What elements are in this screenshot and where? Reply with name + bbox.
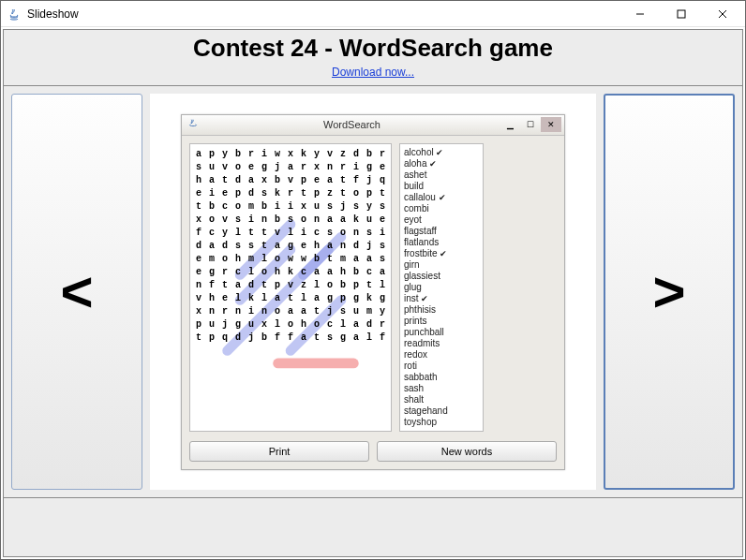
grid-cell[interactable]: v [271, 227, 284, 240]
grid-cell[interactable]: i [350, 161, 363, 174]
grid-cell[interactable]: b [258, 200, 271, 214]
grid-cell[interactable]: d [350, 148, 363, 161]
grid-cell[interactable]: q [376, 174, 389, 187]
grid-cell[interactable]: s [376, 200, 389, 214]
grid-cell[interactable]: e [192, 266, 205, 279]
grid-cell[interactable]: s [231, 240, 245, 253]
grid-cell[interactable]: t [258, 279, 271, 292]
grid-cell[interactable]: r [336, 161, 350, 174]
grid-cell[interactable]: a [297, 332, 310, 345]
grid-cell[interactable]: r [218, 305, 231, 318]
grid-cell[interactable]: o [271, 253, 284, 266]
grid-cell[interactable]: u [205, 161, 218, 174]
grid-cell[interactable]: o [218, 253, 231, 266]
grid-cell[interactable]: e [376, 214, 389, 227]
grid-cell[interactable]: y [218, 148, 231, 161]
grid-cell[interactable]: w [284, 253, 297, 266]
grid-cell[interactable]: a [323, 174, 336, 187]
grid-cell[interactable]: x [310, 161, 323, 174]
grid-cell[interactable]: m [245, 253, 258, 266]
grid-cell[interactable]: i [284, 200, 297, 214]
grid-cell[interactable]: o [336, 227, 350, 240]
grid-cell[interactable]: r [376, 318, 389, 332]
grid-cell[interactable]: t [323, 253, 336, 266]
grid-cell[interactable]: a [350, 332, 363, 345]
grid-cell[interactable]: v [323, 148, 336, 161]
grid-cell[interactable]: t [245, 227, 258, 240]
grid-cell[interactable]: h [336, 266, 350, 279]
grid-cell[interactable]: p [192, 318, 205, 332]
grid-cell[interactable]: j [271, 161, 284, 174]
grid-cell[interactable]: z [297, 279, 310, 292]
minimize-button[interactable] [619, 2, 661, 26]
grid-cell[interactable]: q [218, 332, 231, 345]
grid-cell[interactable]: s [231, 214, 245, 227]
grid-cell[interactable]: a [205, 174, 218, 187]
grid-cell[interactable]: t [218, 174, 231, 187]
grid-cell[interactable]: o [258, 266, 271, 279]
grid-cell[interactable]: c [363, 266, 376, 279]
grid-cell[interactable]: t [297, 187, 310, 200]
grid-cell[interactable]: n [350, 227, 363, 240]
grid-cell[interactable]: x [258, 174, 271, 187]
grid-cell[interactable]: h [205, 292, 218, 305]
grid-cell[interactable]: b [350, 266, 363, 279]
grid-cell[interactable]: f [205, 279, 218, 292]
grid-cell[interactable]: l [376, 279, 389, 292]
grid-cell[interactable]: c [310, 227, 323, 240]
grid-cell[interactable]: a [297, 305, 310, 318]
grid-cell[interactable]: u [310, 200, 323, 214]
grid-cell[interactable]: x [297, 200, 310, 214]
grid-cell[interactable]: t [258, 240, 271, 253]
grid-cell[interactable]: p [271, 279, 284, 292]
grid-cell[interactable]: j [245, 332, 258, 345]
grid-cell[interactable]: h [271, 266, 284, 279]
grid-cell[interactable]: o [323, 279, 336, 292]
grid-cell[interactable]: i [271, 200, 284, 214]
grid-cell[interactable]: o [350, 187, 363, 200]
grid-cell[interactable]: t [310, 332, 323, 345]
grid-cell[interactable]: f [192, 227, 205, 240]
grid-cell[interactable]: t [218, 279, 231, 292]
grid-cell[interactable]: n [205, 305, 218, 318]
grid-cell[interactable]: x [192, 305, 205, 318]
grid-cell[interactable]: d [245, 187, 258, 200]
grid-cell[interactable]: g [376, 292, 389, 305]
grid-cell[interactable]: l [271, 318, 284, 332]
grid-cell[interactable]: a [284, 161, 297, 174]
grid-cell[interactable]: a [350, 253, 363, 266]
grid-cell[interactable]: a [323, 266, 336, 279]
grid-cell[interactable]: o [297, 214, 310, 227]
grid-cell[interactable]: l [336, 318, 350, 332]
grid-cell[interactable]: s [323, 227, 336, 240]
grid-cell[interactable]: d [363, 318, 376, 332]
grid-cell[interactable]: t [192, 200, 205, 214]
grid-cell[interactable]: k [350, 214, 363, 227]
grid-cell[interactable]: g [231, 318, 245, 332]
inner-close-button[interactable]: ✕ [541, 117, 561, 132]
grid-cell[interactable]: t [258, 227, 271, 240]
grid-cell[interactable]: n [258, 305, 271, 318]
grid-cell[interactable]: x [192, 214, 205, 227]
grid-cell[interactable]: s [350, 200, 363, 214]
grid-cell[interactable]: u [245, 318, 258, 332]
inner-minimize-button[interactable]: ▁ [500, 117, 520, 132]
grid-cell[interactable]: a [245, 174, 258, 187]
grid-cell[interactable]: d [192, 240, 205, 253]
next-button[interactable]: > [604, 94, 735, 490]
grid-cell[interactable]: a [271, 292, 284, 305]
grid-cell[interactable]: l [310, 279, 323, 292]
grid-cell[interactable]: b [271, 214, 284, 227]
grid-cell[interactable]: a [192, 148, 205, 161]
grid-cell[interactable]: i [258, 148, 271, 161]
grid-cell[interactable]: j [323, 305, 336, 318]
grid-cell[interactable]: m [336, 253, 350, 266]
grid-cell[interactable]: d [245, 279, 258, 292]
grid-cell[interactable]: v [218, 214, 231, 227]
grid-cell[interactable]: a [310, 292, 323, 305]
letter-grid[interactable]: apybriwxkyvzdbrsuvoegjarxnrigehatdaxbvpe… [189, 143, 392, 432]
grid-cell[interactable]: p [297, 174, 310, 187]
grid-cell[interactable]: o [271, 305, 284, 318]
grid-cell[interactable]: a [363, 253, 376, 266]
grid-cell[interactable]: h [310, 240, 323, 253]
